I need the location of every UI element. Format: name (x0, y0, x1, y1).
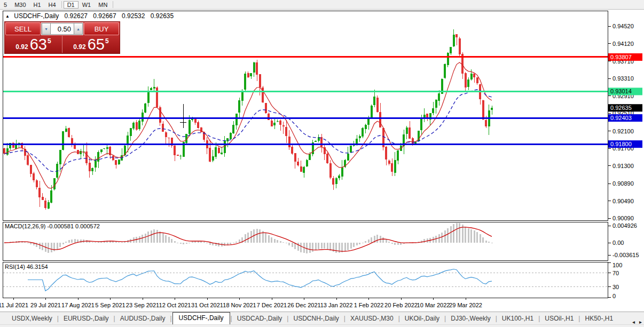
axis-label: 13 Jan 2022 (320, 302, 353, 308)
rsi-indicator-label: RSI(14) 46.3154 (5, 264, 48, 270)
volume-increase-icon[interactable]: ▴ (74, 23, 83, 35)
timeframe-toolbar: 5 M30 H1 H4 D1 W1 MN (0, 0, 644, 10)
timeframe-d1[interactable]: D1 (64, 1, 78, 9)
axis-label: 0.92403 (610, 115, 632, 121)
date-axis: 11 Jul 202129 Jul 202117 Aug 20215 Sep 2… (0, 298, 482, 308)
buy-price-button[interactable]: 0.92 65 5 (62, 36, 120, 53)
axis-label: 0.00 (612, 240, 624, 246)
axis-label: 12 Oct 2021 (159, 302, 191, 308)
bottom-tab-ukoil-daily[interactable]: UKOil-,Daily (400, 313, 444, 324)
macd-indicator-label: MACD(12,26,9) -0.000581 0.000572 (5, 223, 100, 229)
bottom-tab-usdx-weekly[interactable]: USDX,Weekly (7, 313, 57, 324)
ma-fast-line (4, 62, 492, 188)
horizontal-level-lines (3, 57, 608, 144)
buy-price-big: 65 (88, 37, 105, 52)
timeframe-w1[interactable]: W1 (78, 1, 95, 9)
buy-button[interactable]: BUY (84, 22, 119, 35)
axis-label: 0.90090 (612, 215, 634, 221)
timeframe-m5[interactable]: 5 (0, 1, 11, 9)
axis-label: 0.92100 (612, 128, 634, 134)
collapse-triangle-icon[interactable]: ▲ (5, 14, 10, 19)
toolbar-separator (61, 1, 62, 8)
bottom-tab-usdcad-daily[interactable]: USDCAD-,Daily (233, 313, 287, 324)
buy-price-sup: 5 (105, 37, 109, 45)
chart-tabbar: USDX,Weekly|EURUSD-,Daily|AUDUSD-,Daily|… (0, 312, 644, 324)
bottom-tab-audusd-daily[interactable]: AUDUSD-,Daily (116, 313, 170, 324)
axis-label: 7 Dec 2021 (257, 302, 287, 308)
price-close: 0.92635 (151, 12, 174, 20)
sell-price-sup: 5 (48, 37, 51, 45)
buy-price-base: 0.92 (73, 43, 85, 51)
axis-label: 0.92635 (610, 105, 632, 111)
axis-label: 29 Mar 2022 (449, 302, 482, 308)
axis-label: 20 Feb 2022 (384, 302, 418, 308)
axis-label: 30 (612, 284, 619, 290)
axis-label: 11 Jul 2021 (0, 302, 28, 308)
axis-label: 23 Sep 2021 (126, 302, 159, 308)
bottom-tab-usoil-h1[interactable]: USOil-,H1 (540, 313, 578, 324)
axis-label: 0.93014 (610, 88, 632, 94)
chart-tabs: USDX,Weekly|EURUSD-,Daily|AUDUSD-,Daily|… (7, 312, 617, 324)
chart-symbol-label: USDCHF-,Daily (14, 12, 59, 20)
status-strip (0, 324, 644, 327)
rsi-pane-content (3, 269, 608, 291)
axis-label: 0.004926 (612, 222, 637, 229)
sell-price-big: 63 (30, 37, 47, 52)
axis-label: 0.91800 (610, 141, 632, 147)
drawing-object (180, 104, 186, 128)
axis-label: 26 Dec 2021 (287, 302, 320, 308)
axis-label: 1 Feb 2022 (354, 302, 384, 308)
axis-label: 0.94520 (612, 23, 634, 29)
axis-label: 70 (612, 270, 619, 276)
price-open: 0.92627 (65, 12, 88, 20)
axis-label: 0.90890 (612, 180, 634, 187)
rsi-line (28, 269, 492, 291)
ma-slow-line (4, 90, 492, 172)
timeframe-m30[interactable]: M30 (11, 1, 29, 9)
volume-decrease-icon[interactable]: ▾ (42, 23, 51, 35)
chart-title: ▲ USDCHF-,Daily 0.92627 0.92667 0.92532 … (5, 12, 174, 20)
axis-label: 31 Oct 2021 (191, 302, 223, 308)
volume-control: ▾ 0.50 ▴ (41, 22, 83, 35)
axis-label: 0.90490 (612, 198, 634, 204)
sell-button[interactable]: SELL (5, 22, 41, 35)
timeframe-h4[interactable]: H4 (45, 1, 60, 9)
axis-label: 0.91300 (612, 163, 634, 169)
axis-label: 0.93310 (612, 75, 634, 82)
bottom-tab-usdcnh-daily[interactable]: USDCNH-,Daily (289, 313, 343, 324)
axis-label: 0.94120 (612, 41, 634, 47)
bottom-tab-xauusd-m30[interactable]: XAUUSD-,M30 (346, 313, 398, 324)
bottom-tab-eurusd-daily[interactable]: EURUSD-,Daily (59, 313, 113, 324)
axis-label: 5 Sep 2021 (95, 302, 125, 308)
bottom-tab-hk50-h1[interactable]: HK50-,H1 (580, 313, 617, 324)
pane-border-2 (3, 262, 608, 298)
bottom-tab-dj30-weekly[interactable]: DJ30-,Weekly (446, 313, 494, 324)
toolbar-separator (113, 1, 113, 8)
sell-price-button[interactable]: 0.92 63 5 (5, 36, 62, 53)
sell-price-base: 0.92 (15, 43, 28, 51)
price-high: 0.92667 (93, 12, 116, 20)
tabs-scroll-left-icon[interactable]: ◂ (632, 319, 635, 325)
timeframe-mn[interactable]: MN (95, 1, 111, 9)
bottom-tab-usdchf-daily[interactable]: USDCHF-,Daily (172, 312, 230, 324)
axis-label: 0.93807 (610, 54, 632, 60)
axis-label: 18 Nov 2021 (223, 302, 256, 308)
moving-averages (4, 62, 492, 188)
tabs-scroll-controls: ◂ ▸ (632, 319, 642, 325)
trading-terminal-window: 0.945200.941200.937100.933100.929100.925… (0, 0, 644, 327)
volume-input[interactable]: 0.50 (51, 23, 74, 35)
axis-label: 10 Mar 2022 (417, 302, 450, 308)
axis-label: -0.003615 (612, 252, 639, 258)
price-axis: 0.945200.941200.937100.933100.929100.925… (608, 23, 639, 299)
axis-label: 100 (612, 262, 622, 268)
axis-label: 29 Jul 2021 (30, 302, 61, 308)
bottom-tab-uk100-h1[interactable]: UK100-,H1 (498, 313, 538, 324)
axis-label: 17 Aug 2021 (61, 302, 95, 308)
price-low: 0.92532 (122, 12, 145, 20)
tabs-scroll-right-icon[interactable]: ▸ (639, 319, 642, 325)
one-click-trading-panel: SELL ▾ 0.50 ▴ BUY 0.92 63 5 0.92 65 5 (4, 21, 120, 54)
pane-frames (3, 11, 608, 298)
timeframe-h1[interactable]: H1 (30, 1, 45, 9)
axis-label: 0 (612, 293, 616, 299)
